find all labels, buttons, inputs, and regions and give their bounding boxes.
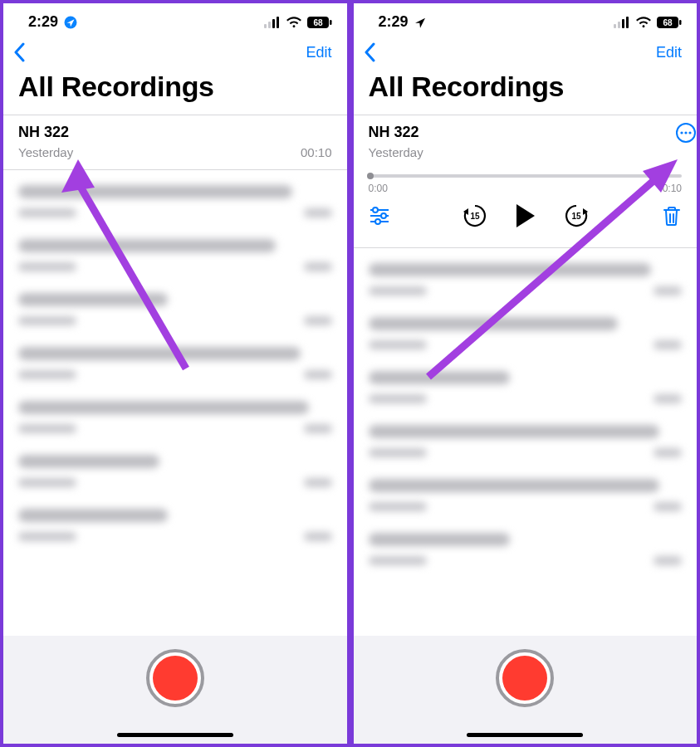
location-icon [414,16,427,29]
recording-item[interactable]: NH 322 Yesterday 00:10 [3,115,347,169]
nav-bar: Edit [3,34,347,67]
blurred-text [653,556,682,565]
blurred-text [369,371,510,384]
list-item[interactable] [18,185,332,217]
blurred-text [18,185,292,198]
battery-icon: 68 [307,17,332,28]
edit-button[interactable]: Edit [306,44,331,61]
status-time: 2:29 [379,13,409,31]
blurred-text [369,394,427,403]
svg-point-20 [688,131,691,134]
wifi-icon [635,17,652,28]
play-button[interactable] [516,204,535,227]
svg-rect-13 [626,17,629,28]
svg-rect-3 [272,19,275,28]
home-indicator[interactable] [117,733,233,737]
svg-rect-10 [614,24,616,28]
recording-item-expanded: NH 322 Yesterday 0:00 -0:10 15 [354,115,698,247]
list-item[interactable] [18,509,332,541]
blurred-text [18,424,76,433]
blurred-text [18,401,309,414]
recording-date: Yesterday [18,145,73,159]
blurred-text [653,502,682,511]
blurred-text [369,263,651,276]
list-item[interactable] [18,293,332,325]
svg-rect-4 [277,17,279,28]
list-item[interactable] [369,317,683,349]
record-icon [502,656,547,701]
blurred-text [653,340,682,349]
recording-duration: 00:10 [301,145,332,159]
record-toolbar [3,636,347,744]
playback-settings-button[interactable] [369,207,390,225]
blurred-text [653,286,682,295]
svg-point-22 [373,208,378,212]
blurred-text [369,340,427,349]
blurred-text [18,208,76,217]
svg-rect-15 [679,20,682,25]
svg-rect-2 [268,22,271,28]
blurred-text [369,317,618,330]
blurred-text [304,262,332,271]
back-button[interactable] [364,42,377,62]
edit-button[interactable]: Edit [656,44,682,61]
blurred-text [304,370,332,379]
scrubber-handle[interactable] [367,173,374,179]
phone-left: 2:29 68 Edit A [0,0,350,747]
svg-text:68: 68 [663,18,673,27]
blurred-text [304,478,332,487]
svg-point-24 [381,213,386,218]
page-title: All Recordings [354,67,698,115]
location-icon [63,15,78,30]
blurred-text [18,293,168,306]
play-icon [516,204,535,227]
wifi-icon [286,17,302,28]
list-item[interactable] [18,401,332,433]
list-item[interactable] [369,263,683,295]
skip-forward-15-button[interactable]: 15 [563,203,590,229]
list-item[interactable] [369,533,683,565]
playback-scrubber[interactable] [369,174,683,178]
delete-button[interactable] [662,205,682,227]
status-bar: 2:29 68 [3,3,347,34]
svg-text:68: 68 [313,18,323,27]
recording-date: Yesterday [369,145,423,159]
list-item[interactable] [369,371,683,403]
page-title: All Recordings [3,67,347,115]
blurred-text [18,455,159,468]
list-item[interactable] [18,347,332,379]
cellular-icon [614,17,630,28]
blurred-text [304,208,332,217]
svg-rect-11 [618,22,620,28]
blurred-text [18,532,76,541]
record-icon [153,656,198,701]
phone-right: 2:29 68 Edit A [350,0,701,747]
blurred-text [369,479,659,492]
blurred-text [18,316,76,325]
recording-title: NH 322 [18,124,332,142]
svg-rect-12 [622,19,624,28]
list-item[interactable] [18,239,332,271]
record-button[interactable] [496,649,554,707]
more-options-button[interactable] [675,122,697,144]
list-item[interactable] [18,455,332,487]
blurred-text [304,532,332,541]
battery-icon: 68 [657,17,682,28]
svg-point-18 [680,131,683,134]
blurred-text [18,509,168,522]
home-indicator[interactable] [467,733,583,737]
skip-back-15-button[interactable]: 15 [462,203,488,229]
svg-point-26 [375,219,380,224]
blurred-recordings [354,248,698,565]
blurred-text [369,425,659,438]
blurred-text [369,502,427,511]
svg-text:15: 15 [572,212,582,221]
list-item[interactable] [369,479,683,511]
record-button[interactable] [146,649,204,707]
back-button[interactable] [13,42,27,62]
blurred-text [653,448,682,457]
list-item[interactable] [369,425,683,457]
svg-rect-6 [330,20,332,25]
recording-title: NH 322 [369,124,683,142]
blurred-text [18,478,76,487]
